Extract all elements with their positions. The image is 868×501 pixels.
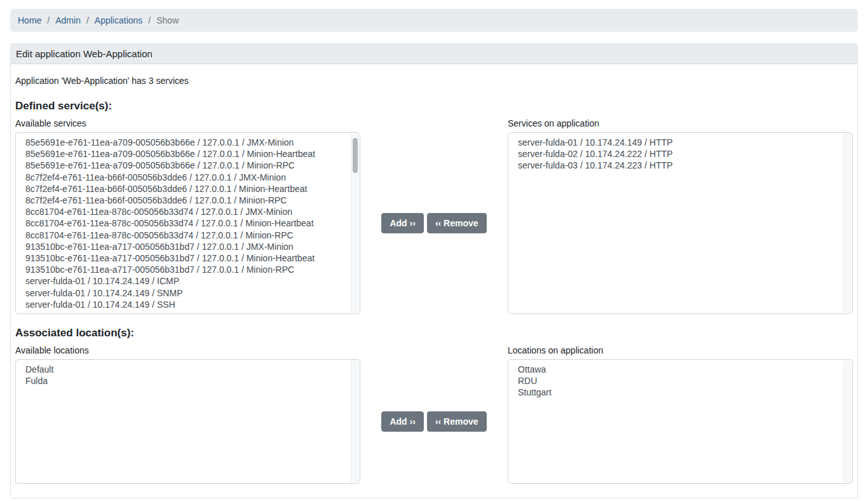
list-option[interactable]: 85e5691e-e761-11ea-a709-005056b3b66e / 1…	[25, 148, 348, 160]
scrollbar-track[interactable]	[351, 360, 359, 483]
services-remove-button[interactable]: ‹‹ Remove	[427, 213, 487, 233]
list-option[interactable]: 913510bc-e761-11ea-a717-005056b31bd7 / 1…	[25, 264, 348, 275]
list-option[interactable]: server-fulda-01 / 10.174.24.149 / SNMP	[25, 287, 348, 299]
services-add-button[interactable]: Add ››	[381, 213, 423, 233]
panel-title: Edit application Web-Application	[16, 48, 153, 59]
available-locations-options: DefaultFulda	[16, 360, 360, 387]
defined-services-heading: Defined service(s):	[15, 100, 853, 113]
edit-application-panel: Edit application Web-Application Applica…	[10, 43, 858, 498]
list-option[interactable]: server-fulda-01 / 10.174.24.149 / SSH	[25, 299, 348, 310]
breadcrumb-link-admin[interactable]: Admin	[55, 15, 81, 25]
locations-on-application-options: OttawaRDUStuttgart	[508, 360, 852, 399]
breadcrumb-divider: /	[47, 15, 50, 25]
available-locations-list[interactable]: DefaultFulda	[15, 359, 360, 484]
breadcrumb-current-show: Show	[156, 15, 179, 25]
services-transfer-buttons: Add ›› ‹‹ Remove	[360, 118, 508, 314]
associated-locations-heading: Associated location(s):	[15, 327, 853, 340]
services-on-application-label: Services on application	[508, 118, 853, 128]
locations-on-application-label: Locations on application	[508, 345, 853, 355]
list-option[interactable]: 913510bc-e761-11ea-a717-005056b31bd7 / 1…	[25, 252, 348, 264]
available-services-label: Available services	[15, 118, 360, 128]
list-option[interactable]: 8cc81704-e761-11ea-878c-005056b33d74 / 1…	[25, 206, 348, 217]
list-option[interactable]: 8c7f2ef4-e761-11ea-b66f-005056b3dde6 / 1…	[25, 195, 348, 206]
locations-on-application-column: Locations on application OttawaRDUStuttg…	[508, 345, 853, 484]
list-option[interactable]: 85e5691e-e761-11ea-a709-005056b3b66e / 1…	[25, 137, 348, 148]
list-option[interactable]: Fulda	[25, 375, 348, 387]
locations-transfer-buttons: Add ›› ‹‹ Remove	[360, 345, 508, 484]
services-on-application-options: server-fulda-01 / 10.174.24.149 / HTTPse…	[508, 133, 852, 172]
available-services-list[interactable]: 85e5691e-e761-11ea-a709-005056b3b66e / 1…	[15, 132, 360, 314]
panel-header: Edit application Web-Application	[11, 44, 857, 64]
services-on-application-list[interactable]: server-fulda-01 / 10.174.24.149 / HTTPse…	[508, 132, 853, 314]
scrollbar-track[interactable]	[843, 360, 851, 483]
list-option[interactable]: 8c7f2ef4-e761-11ea-b66f-005056b3dde6 / 1…	[25, 183, 348, 195]
scrollbar-thumb[interactable]	[353, 138, 358, 173]
list-option[interactable]: Default	[25, 364, 348, 375]
locations-remove-button[interactable]: ‹‹ Remove	[427, 411, 487, 432]
locations-on-application-list[interactable]: OttawaRDUStuttgart	[508, 359, 853, 484]
locations-add-button[interactable]: Add ››	[381, 411, 423, 432]
application-summary: Application 'Web-Application' has 3 serv…	[15, 76, 853, 86]
breadcrumb-divider: /	[86, 15, 89, 25]
breadcrumb-divider: /	[148, 15, 151, 25]
locations-dual-select: Available locations DefaultFulda Add ›› …	[15, 345, 853, 484]
list-option[interactable]: RDU	[518, 375, 841, 387]
available-locations-column: Available locations DefaultFulda	[15, 345, 360, 484]
available-services-column: Available services 85e5691e-e761-11ea-a7…	[15, 118, 360, 314]
list-option[interactable]: Ottawa	[518, 364, 841, 375]
list-option[interactable]: server-fulda-03 / 10.174.24.223 / HTTP	[518, 160, 841, 171]
available-locations-label: Available locations	[15, 345, 360, 355]
list-option[interactable]: 8cc81704-e761-11ea-878c-005056b33d74 / 1…	[25, 230, 348, 241]
list-option[interactable]: Stuttgart	[518, 387, 841, 398]
list-option[interactable]: 8cc81704-e761-11ea-878c-005056b33d74 / 1…	[25, 217, 348, 229]
list-option[interactable]: 85e5691e-e761-11ea-a709-005056b3b66e / 1…	[25, 160, 348, 171]
available-services-options: 85e5691e-e761-11ea-a709-005056b3b66e / 1…	[16, 133, 360, 310]
list-option[interactable]: server-fulda-01 / 10.174.24.149 / ICMP	[25, 275, 348, 287]
services-on-application-column: Services on application server-fulda-01 …	[508, 118, 853, 314]
breadcrumb-link-home[interactable]: Home	[18, 15, 41, 25]
list-option[interactable]: server-fulda-01 / 10.174.24.149 / HTTP	[518, 137, 841, 148]
breadcrumb: Home / Admin / Applications / Show	[10, 9, 858, 32]
list-option[interactable]: 913510bc-e761-11ea-a717-005056b31bd7 / 1…	[25, 241, 348, 252]
services-dual-select: Available services 85e5691e-e761-11ea-a7…	[15, 118, 853, 314]
panel-body: Application 'Web-Application' has 3 serv…	[11, 64, 857, 498]
page: Home / Admin / Applications / Show Edit …	[0, 0, 868, 501]
breadcrumb-link-applications[interactable]: Applications	[95, 15, 143, 25]
scrollbar-track[interactable]	[351, 134, 359, 313]
list-option[interactable]: 8c7f2ef4-e761-11ea-b66f-005056b3dde6 / 1…	[25, 172, 348, 183]
list-option[interactable]: server-fulda-02 / 10.174.24.222 / HTTP	[518, 148, 841, 160]
scrollbar-track[interactable]	[843, 134, 851, 313]
